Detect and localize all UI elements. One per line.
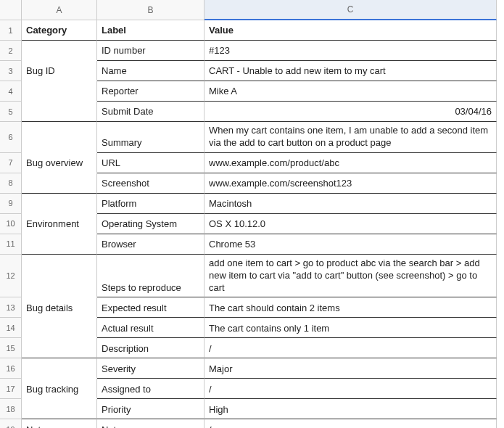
cell-label[interactable]: Severity: [97, 358, 205, 379]
cell-label[interactable]: Submit Date: [97, 102, 205, 122]
cell-label[interactable]: Assigned to: [97, 379, 205, 399]
cell-value[interactable]: OS X 10.12.0: [205, 214, 497, 234]
row-header[interactable]: 17: [0, 379, 22, 399]
row-header[interactable]: 2: [0, 41, 22, 61]
cell-label[interactable]: Actual result: [97, 318, 205, 338]
col-stub: [497, 419, 504, 428]
cell-value[interactable]: /: [205, 379, 497, 399]
col-stub: [497, 173, 504, 194]
row-header[interactable]: 9: [0, 194, 22, 214]
column-overflow: [497, 0, 504, 20]
cell-label[interactable]: Operating System: [97, 214, 205, 234]
col-stub: [497, 122, 504, 153]
corner-select-all[interactable]: [0, 0, 22, 20]
cell-category[interactable]: [22, 194, 97, 214]
col-stub: [497, 81, 504, 102]
cell-value[interactable]: When my cart contains one item, I am una…: [205, 122, 497, 153]
cell-label[interactable]: Screenshot: [97, 173, 205, 194]
cell-value[interactable]: Macintosh: [205, 194, 497, 214]
col-stub: [497, 234, 504, 255]
row-header[interactable]: 13: [0, 297, 22, 318]
spreadsheet-grid[interactable]: A B C 1CategoryLabelValue2ID number#1233…: [0, 0, 504, 428]
cell-label[interactable]: Expected result: [97, 297, 205, 318]
cell-value-header[interactable]: Value: [205, 20, 497, 41]
column-header-a[interactable]: A: [22, 0, 97, 20]
column-header-c[interactable]: C: [205, 0, 497, 20]
row-header[interactable]: 18: [0, 399, 22, 419]
cell-category[interactable]: [22, 255, 97, 298]
cell-label[interactable]: Reporter: [97, 81, 205, 102]
row-header[interactable]: 3: [0, 61, 22, 81]
col-stub: [497, 194, 504, 214]
row-header[interactable]: 5: [0, 102, 22, 122]
cell-category[interactable]: Bug details: [22, 297, 97, 318]
row-header[interactable]: 15: [0, 338, 22, 358]
col-stub: [497, 379, 504, 399]
row-header[interactable]: 4: [0, 81, 22, 102]
row-header[interactable]: 19: [0, 419, 22, 428]
cell-label[interactable]: Browser: [97, 234, 205, 255]
col-stub: [497, 255, 504, 298]
col-stub: [497, 61, 504, 81]
row-header[interactable]: 1: [0, 20, 22, 41]
column-header-b[interactable]: B: [97, 0, 205, 20]
cell-label[interactable]: URL: [97, 153, 205, 173]
col-stub: [497, 318, 504, 338]
cell-value[interactable]: www.example.com/product/abc: [205, 153, 497, 173]
row-header[interactable]: 12: [0, 255, 22, 298]
row-header[interactable]: 8: [0, 173, 22, 194]
col-stub: [497, 214, 504, 234]
row-header[interactable]: 14: [0, 318, 22, 338]
cell-label[interactable]: Name: [97, 61, 205, 81]
cell-value[interactable]: The cart contains only 1 item: [205, 318, 497, 338]
cell-category[interactable]: [22, 234, 97, 255]
cell-value[interactable]: /: [205, 338, 497, 358]
col-stub: [497, 102, 504, 122]
row-header[interactable]: 16: [0, 358, 22, 379]
cell-value[interactable]: #123: [205, 41, 497, 61]
cell-category[interactable]: [22, 102, 97, 122]
cell-value[interactable]: add one item to cart > go to product abc…: [205, 255, 497, 298]
cell-value[interactable]: /: [205, 419, 497, 428]
cell-category[interactable]: Environment: [22, 214, 97, 234]
cell-label[interactable]: ID number: [97, 41, 205, 61]
row-header[interactable]: 6: [0, 122, 22, 153]
col-stub: [497, 41, 504, 61]
cell-label[interactable]: Priority: [97, 399, 205, 419]
cell-category[interactable]: [22, 81, 97, 102]
cell-category[interactable]: [22, 318, 97, 338]
cell-value[interactable]: Major: [205, 358, 497, 379]
cell-label-header[interactable]: Label: [97, 20, 205, 41]
cell-value[interactable]: The cart should contain 2 items: [205, 297, 497, 318]
cell-label[interactable]: Summary: [97, 122, 205, 153]
col-stub: [497, 297, 504, 318]
cell-value[interactable]: Mike A: [205, 81, 497, 102]
cell-category[interactable]: [22, 358, 97, 379]
cell-label[interactable]: Description: [97, 338, 205, 358]
row-header[interactable]: 7: [0, 153, 22, 173]
col-stub: [497, 20, 504, 41]
cell-label[interactable]: Steps to reproduce: [97, 255, 205, 298]
cell-value[interactable]: High: [205, 399, 497, 419]
cell-category[interactable]: Notes: [22, 419, 97, 428]
col-stub: [497, 153, 504, 173]
cell-value[interactable]: www.example.com/screenshot123: [205, 173, 497, 194]
cell-category[interactable]: Bug tracking: [22, 379, 97, 399]
cell-category[interactable]: [22, 122, 97, 153]
col-stub: [497, 399, 504, 419]
cell-category[interactable]: [22, 173, 97, 194]
cell-category-header[interactable]: Category: [22, 20, 97, 41]
cell-value[interactable]: CART - Unable to add new item to my cart: [205, 61, 497, 81]
cell-label[interactable]: Notes: [97, 419, 205, 428]
cell-value[interactable]: Chrome 53: [205, 234, 497, 255]
row-header[interactable]: 11: [0, 234, 22, 255]
cell-category[interactable]: Bug overview: [22, 153, 97, 173]
cell-category[interactable]: Bug ID: [22, 61, 97, 81]
cell-label[interactable]: Platform: [97, 194, 205, 214]
cell-value[interactable]: 03/04/16: [205, 102, 497, 122]
cell-category[interactable]: [22, 338, 97, 358]
row-header[interactable]: 10: [0, 214, 22, 234]
cell-category[interactable]: [22, 41, 97, 61]
col-stub: [497, 358, 504, 379]
cell-category[interactable]: [22, 399, 97, 419]
